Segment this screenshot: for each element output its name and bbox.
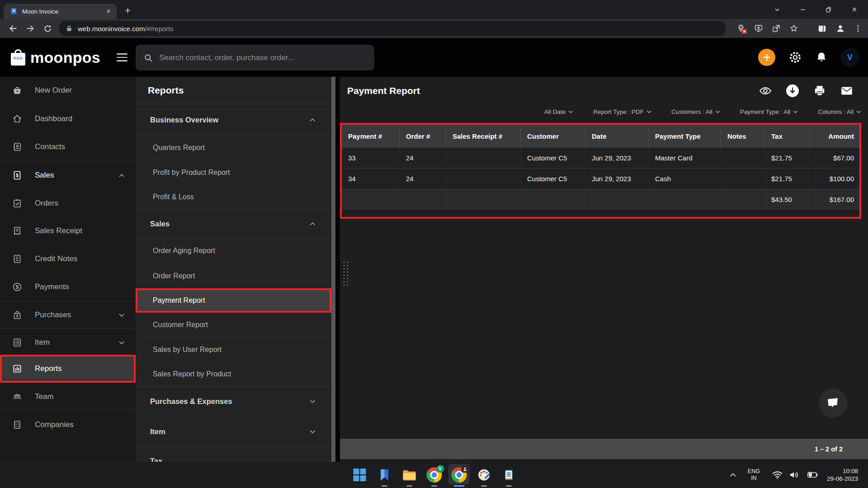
tab-search-chevron-icon[interactable] xyxy=(764,0,790,19)
filter-customers[interactable]: Customers : All xyxy=(671,108,720,115)
browser-profile-icon[interactable] xyxy=(835,23,846,34)
settings-gear-icon[interactable] xyxy=(788,51,802,64)
reports-panel-scrollbar[interactable] xyxy=(331,77,335,462)
sidebar-item-sales[interactable]: $ Sales xyxy=(0,162,136,189)
taskbar-file-explorer[interactable] xyxy=(397,462,422,488)
add-button[interactable] xyxy=(758,49,775,66)
col-customer: Customer xyxy=(520,125,585,147)
global-search[interactable] xyxy=(136,45,374,70)
restore-button[interactable] xyxy=(816,0,841,19)
sidebar-item-dashboard[interactable]: Dashboard xyxy=(0,105,136,132)
sidebar-item-contacts[interactable]: Contacts xyxy=(0,133,136,160)
report-link-sales-by-product[interactable]: Sales Report by Product xyxy=(136,362,331,386)
taskbar-clock[interactable]: 10:08 29-06-2023 xyxy=(827,467,858,483)
taskbar-paint[interactable] xyxy=(472,462,496,488)
sidebar-item-team[interactable]: Team xyxy=(0,383,136,410)
section-item[interactable]: Item xyxy=(136,418,331,445)
sidebar-item-credit-notes[interactable]: C Credit Notes xyxy=(0,245,136,272)
forward-icon[interactable] xyxy=(22,20,39,37)
chevron-down-icon xyxy=(118,341,125,345)
logo-badge: POS xyxy=(11,56,25,61)
chat-widget-button[interactable] xyxy=(819,389,848,418)
sidebar-item-payments[interactable]: $ Payments xyxy=(0,273,136,300)
filter-columns[interactable]: Columns : All xyxy=(818,108,861,115)
wifi-icon[interactable] xyxy=(772,470,783,479)
taskbar-moon-invoice-app[interactable] xyxy=(372,462,397,488)
brand-name: moonpos xyxy=(30,49,100,66)
share-icon[interactable] xyxy=(771,23,781,33)
close-button[interactable] xyxy=(841,0,867,19)
taskbar-notepad[interactable] xyxy=(496,462,521,488)
back-icon[interactable] xyxy=(5,20,22,37)
filter-report-type[interactable]: Report Type : PDF xyxy=(593,108,651,115)
notifications-bell-icon[interactable] xyxy=(815,51,828,64)
splitter-drag-handle-icon[interactable] xyxy=(342,260,349,286)
filter-payment-type[interactable]: Payment Type : All xyxy=(740,108,798,115)
report-link-profit-by-product[interactable]: Profit by Product Report xyxy=(136,160,331,185)
browser-tab[interactable]: Moon Invoice xyxy=(4,4,117,19)
side-panel-icon[interactable] xyxy=(817,23,827,34)
bookmark-star-icon[interactable] xyxy=(789,23,799,33)
report-link-customer-report[interactable]: Customer Report xyxy=(136,313,331,337)
screen: Moon Invoice xyxy=(0,0,868,488)
address-bar[interactable]: web.mooninvoice.com/#/reports xyxy=(59,21,726,36)
email-icon[interactable] xyxy=(840,84,854,98)
bar-chart-icon xyxy=(12,363,23,374)
tab-close-icon[interactable] xyxy=(105,8,112,15)
section-business-overview[interactable]: Business Overview xyxy=(136,106,331,133)
report-link-order-report[interactable]: Order Report xyxy=(136,264,331,288)
section-sales[interactable]: Sales xyxy=(136,210,331,237)
start-button[interactable] xyxy=(347,462,372,488)
taskbar-chrome-profile-v[interactable]: V xyxy=(422,462,447,488)
table-row: 34 24 Customer C5 Jun 29, 2023 Cash $21.… xyxy=(342,168,859,189)
report-link-sales-by-user[interactable]: Sales by User Report xyxy=(136,338,331,362)
reload-icon[interactable] xyxy=(39,20,56,37)
main-content: Payment Report All Date Report Type : PD… xyxy=(340,77,868,462)
battery-charging-icon[interactable] xyxy=(806,471,818,479)
sidebar-item-orders[interactable]: Orders xyxy=(0,190,136,217)
preview-eye-icon[interactable] xyxy=(759,84,772,98)
sidebar-item-purchases[interactable]: $ Purchases xyxy=(0,301,136,328)
panel-divider xyxy=(335,77,340,462)
table-row: 33 24 Customer C5 Jun 29, 2023 Master Ca… xyxy=(342,147,859,168)
brand-logo[interactable]: POS moonpos xyxy=(11,38,100,77)
report-link-order-aging[interactable]: Order Aging Report xyxy=(136,239,331,263)
taskbar-tray: ENGIN 10:08 29-06-2023 xyxy=(729,462,868,488)
install-app-icon[interactable] xyxy=(754,23,764,33)
sidebar-item-companies[interactable]: Companies xyxy=(0,411,136,438)
chevron-down-icon xyxy=(118,313,125,317)
search-icon xyxy=(144,53,153,62)
report-link-payment-report[interactable]: Payment Report xyxy=(136,288,331,313)
volume-icon[interactable] xyxy=(789,470,800,479)
taskbar-chrome-active[interactable] xyxy=(447,462,472,488)
chevron-down-icon xyxy=(309,430,316,434)
date: 29-06-2023 xyxy=(827,475,858,483)
tray-chevron-up-icon[interactable] xyxy=(729,472,737,478)
tab-title: Moon Invoice xyxy=(22,8,100,15)
search-input[interactable] xyxy=(159,53,366,62)
download-icon[interactable] xyxy=(786,84,799,98)
reports-panel-title: Reports xyxy=(148,77,184,104)
report-link-quarters[interactable]: Quarters Report xyxy=(136,136,331,160)
section-purchases-expenses[interactable]: Purchases & Expenses xyxy=(136,388,331,415)
location-blocked-icon[interactable] xyxy=(736,23,746,33)
section-tax-partial[interactable]: Tax xyxy=(136,447,331,462)
taskbar: V ENGIN xyxy=(0,462,868,488)
user-avatar[interactable]: V xyxy=(841,48,859,66)
chrome-icon xyxy=(451,467,467,483)
clipboard-check-icon xyxy=(12,198,23,209)
minimize-button[interactable] xyxy=(790,0,816,19)
language-indicator[interactable]: ENGIN xyxy=(748,468,760,482)
filter-date[interactable]: All Date xyxy=(544,108,573,115)
new-tab-button[interactable] xyxy=(121,4,134,17)
hamburger-menu-icon[interactable] xyxy=(117,52,127,63)
sidebar-item-sales-receipt[interactable]: Sales Receipt xyxy=(0,217,136,244)
sidebar-item-reports[interactable]: Reports xyxy=(0,355,136,383)
sidebar-item-new-order[interactable]: New Order xyxy=(0,77,136,104)
chrome-profile-badge: V xyxy=(436,465,444,473)
print-icon[interactable] xyxy=(813,84,826,98)
sidebar-item-item[interactable]: Item xyxy=(0,329,136,356)
report-link-profit-loss[interactable]: Profit & Loss xyxy=(136,185,331,209)
browser-menu-icon[interactable] xyxy=(854,24,863,33)
dollar-circle-icon: $ xyxy=(12,282,23,292)
